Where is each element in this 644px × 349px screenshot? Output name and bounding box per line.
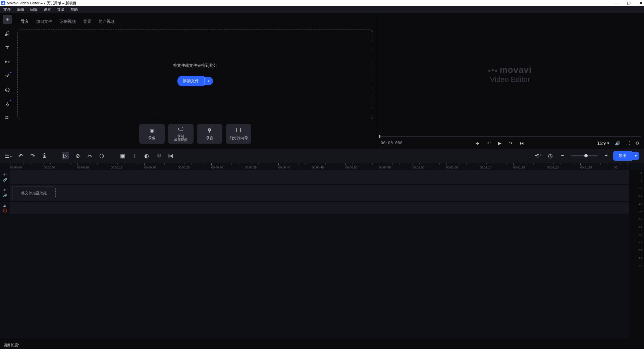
split-tool[interactable]: ✂ bbox=[86, 152, 93, 159]
status-bar: 项目长度: bbox=[0, 341, 644, 349]
svg-point-4 bbox=[7, 118, 8, 119]
prev-frame-button[interactable]: ⏮ bbox=[475, 141, 480, 146]
sidebar-import[interactable] bbox=[3, 15, 12, 24]
track-link-icon[interactable]: 🔗 bbox=[3, 178, 7, 182]
menu-file[interactable]: 文件 bbox=[3, 7, 11, 12]
sidebar-audio[interactable] bbox=[3, 29, 12, 38]
capture-slideshow[interactable]: 🎞 幻灯片向导 bbox=[226, 124, 251, 144]
marker-tool[interactable]: ⬡ bbox=[98, 152, 105, 159]
capture-screen-label: 录制截屏视频 bbox=[174, 134, 187, 142]
preview-timecode: 00:00.000 bbox=[381, 141, 402, 145]
sidebar-more[interactable] bbox=[3, 113, 12, 123]
zoom-out-button[interactable]: − bbox=[559, 152, 566, 159]
audio-meters: 0-5-10-15-20-25-30-35-40-45-50-55-60 bbox=[629, 170, 644, 338]
snapshot-button[interactable]: ◷ bbox=[547, 152, 554, 159]
close-button[interactable]: ✕ bbox=[639, 1, 643, 5]
undo-button[interactable]: ↶ bbox=[17, 152, 24, 159]
preview-settings-button[interactable]: ⚙ bbox=[635, 141, 639, 146]
track-link-icon[interactable]: 🔗 bbox=[3, 194, 7, 197]
track-options-button[interactable]: ☰₊ bbox=[5, 152, 12, 159]
export-button[interactable]: 导出 bbox=[613, 151, 632, 161]
audio-track-body[interactable] bbox=[10, 202, 644, 214]
menu-playback[interactable]: 回放 bbox=[30, 7, 38, 12]
capture-row: ◉ 录像 🖵 录制截屏视频 🎙 录音 🎞 幻灯片向导 bbox=[17, 119, 373, 149]
play-button[interactable]: ▶ bbox=[498, 141, 501, 146]
menu-edit[interactable]: 编辑 bbox=[17, 7, 24, 12]
import-panel: 导入 项目文件 示例视频 背景 简介视频 将文件或文件夹拖到此处 添加文件 ▾ … bbox=[15, 13, 376, 149]
svg-point-3 bbox=[6, 118, 7, 119]
file-dropzone[interactable]: 将文件或文件夹拖到此处 添加文件 ▾ bbox=[17, 30, 373, 119]
sidebar-effects[interactable] bbox=[3, 71, 12, 81]
undo-jump-button[interactable]: ↶ bbox=[487, 141, 491, 146]
aspect-ratio-selector[interactable]: 16:9 ▾ bbox=[597, 141, 609, 146]
left-sidebar bbox=[0, 13, 15, 149]
delete-button[interactable]: 🗑 bbox=[41, 152, 48, 159]
dropzone-hint: 将文件或文件夹拖到此处 bbox=[173, 63, 217, 68]
audio-sync-button[interactable]: ⟲⁺ bbox=[535, 152, 542, 159]
tab-intro-video[interactable]: 简介视频 bbox=[99, 19, 115, 24]
project-length-label: 项目长度: bbox=[3, 343, 19, 348]
audio-track: 🔈 🚫 bbox=[0, 202, 644, 215]
overlay-track-body[interactable] bbox=[10, 170, 644, 184]
tab-sample-video[interactable]: 示例视频 bbox=[60, 19, 76, 24]
filters-button[interactable]: ≋ bbox=[155, 152, 162, 159]
transitions-button[interactable]: ⋈ bbox=[167, 152, 174, 159]
capture-audio[interactable]: 🎙 录音 bbox=[197, 124, 222, 144]
volume-button[interactable]: 🔊 bbox=[615, 141, 620, 146]
redo-button[interactable]: ↷ bbox=[29, 152, 36, 159]
drop-clip-hint: 将文件拖至此处 bbox=[12, 187, 56, 199]
video-track-body[interactable]: 将文件拖至此处 bbox=[10, 185, 644, 201]
chevron-down-icon: ▾ bbox=[607, 141, 609, 146]
add-file-label[interactable]: 添加文件 bbox=[177, 76, 204, 86]
screen-icon: 🖵 bbox=[178, 126, 183, 132]
svg-point-2 bbox=[7, 116, 8, 117]
capture-slideshow-label: 幻灯片向导 bbox=[229, 136, 248, 141]
minimize-button[interactable]: — bbox=[614, 1, 618, 5]
timeline-tracks: 👁 🔗 👁 🔗 将文件拖至此处 🔈 🚫 0-5-10-15-20-25-30-3… bbox=[0, 170, 644, 338]
sidebar-transitions[interactable] bbox=[3, 57, 12, 66]
track-visibility-icon[interactable]: 👁 bbox=[3, 173, 7, 177]
slideshow-icon: 🎞 bbox=[236, 128, 241, 134]
export-dropdown[interactable]: ▾ bbox=[632, 152, 639, 160]
tab-import[interactable]: 导入 bbox=[21, 19, 29, 24]
next-frame-button[interactable]: ⏭ bbox=[520, 141, 524, 146]
capture-camera-label: 录像 bbox=[148, 136, 156, 141]
menu-settings[interactable]: 设置 bbox=[44, 7, 51, 12]
timeline-ruler[interactable]: 00:00:0000:00:0500:00:1000:00:1500:00:20… bbox=[0, 163, 644, 170]
menu-export[interactable]: 导出 bbox=[57, 7, 64, 12]
sidebar-titles[interactable] bbox=[3, 43, 12, 52]
color-adjust-button[interactable]: ◐ bbox=[143, 152, 150, 159]
brand-watermark: movavi Video Editor bbox=[488, 65, 532, 84]
export-button-group: 导出 ▾ bbox=[613, 151, 639, 161]
capture-screen[interactable]: 🖵 录制截屏视频 bbox=[168, 124, 194, 144]
capture-camera[interactable]: ◉ 录像 bbox=[139, 124, 165, 144]
menu-help[interactable]: 帮助 bbox=[70, 7, 78, 12]
track-mute-icon[interactable]: 🔈 bbox=[3, 204, 7, 207]
tab-project-files[interactable]: 项目文件 bbox=[36, 19, 52, 24]
track-visibility-icon[interactable]: 👁 bbox=[3, 189, 7, 192]
video-track: 👁 🔗 将文件拖至此处 bbox=[0, 185, 644, 202]
add-file-button: 添加文件 ▾ bbox=[177, 76, 213, 86]
crop-button[interactable]: ⟂ bbox=[131, 152, 138, 159]
zoom-slider[interactable] bbox=[571, 155, 598, 156]
microphone-icon: 🎙 bbox=[207, 128, 212, 134]
fullscreen-button[interactable]: ⛶ bbox=[626, 141, 630, 146]
camera-icon: ◉ bbox=[150, 127, 154, 134]
track-hide-icon[interactable]: 🚫 bbox=[3, 209, 7, 212]
redo-jump-button[interactable]: ↷ bbox=[509, 141, 513, 146]
sidebar-elements[interactable] bbox=[3, 99, 12, 109]
disable-tool[interactable]: ⊘ bbox=[74, 152, 81, 159]
preview-scrubber[interactable] bbox=[379, 136, 641, 137]
app-icon: ◆ bbox=[1, 1, 5, 5]
select-tool[interactable]: ▷ bbox=[62, 152, 69, 159]
crop-frame-button[interactable]: ▣ bbox=[119, 152, 126, 159]
zoom-in-button[interactable]: + bbox=[602, 152, 610, 159]
titlebar: ◆ Movavi Video Editor – 7 天试用版 – 新项目 — ▢… bbox=[0, 0, 644, 6]
tab-backgrounds[interactable]: 背景 bbox=[83, 19, 91, 24]
preview-panel: movavi Video Editor 00:00.000 ⏮ ↶ ▶ ↷ ⏭ … bbox=[376, 13, 644, 149]
add-file-dropdown[interactable]: ▾ bbox=[204, 77, 213, 85]
maximize-button[interactable]: ▢ bbox=[627, 1, 631, 5]
svg-point-1 bbox=[6, 116, 7, 117]
sidebar-stickers[interactable] bbox=[3, 85, 12, 95]
timeline-toolbar: ☰₊ ↶ ↷ 🗑 ▷ ⊘ ✂ ⬡ ▣ ⟂ ◐ ≋ ⋈ ⟲⁺ ◷ − + 导出 ▾ bbox=[0, 149, 644, 163]
